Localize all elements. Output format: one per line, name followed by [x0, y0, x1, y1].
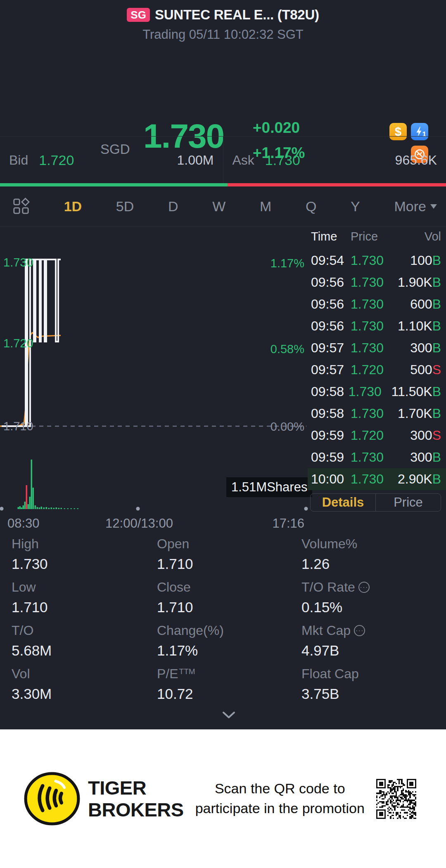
price-tab[interactable]: Price	[375, 494, 441, 511]
volume-bar	[48, 508, 50, 509]
volume-bar	[28, 504, 29, 509]
volume-bar	[53, 508, 55, 509]
tab-w[interactable]: W	[212, 198, 225, 215]
clipped-trade-row: 09:53 1.730 300B	[308, 244, 446, 250]
trade-row: 09:561.7301.10KB	[308, 315, 446, 337]
stat-value: 1.710	[157, 556, 301, 572]
volume-bar	[26, 485, 28, 509]
volume-bar	[43, 507, 45, 509]
chart-type-grid-icon[interactable]	[12, 198, 30, 215]
promo-message: Scan the QR code to participate in the p…	[184, 779, 376, 818]
trade-vol: 500S	[396, 362, 441, 377]
trade-vol: 300B	[396, 340, 441, 356]
shares-traded-tooltip: 1.51MShares	[226, 477, 312, 497]
volume-bar	[67, 508, 69, 509]
x-axis-label: 12:00/13:00	[105, 516, 173, 531]
trade-row: 09:541.730100B	[308, 250, 446, 271]
bid-row[interactable]: Bid 1.720 1.00M	[0, 137, 223, 184]
stat-label: P/ETTM	[157, 666, 301, 682]
volume-bar	[77, 508, 79, 509]
trades-list[interactable]: 09:541.730100B09:561.7301.90KB09:561.730…	[308, 250, 446, 490]
trade-vol: 11.50KB	[391, 384, 441, 399]
volume-bar	[74, 508, 76, 509]
trade-row: 10:001.7302.90KB	[308, 468, 446, 490]
trade-time: 09:53	[311, 244, 351, 246]
trade-vol: 1.10KB	[396, 318, 441, 334]
stat-label: Vol	[12, 666, 157, 682]
col-header-time: Time	[311, 230, 351, 243]
volume-bar	[37, 507, 38, 509]
volume-bar	[51, 507, 52, 509]
trade-time: 09:58	[311, 406, 351, 421]
stat-t-o-rate: T/O Rate···0.15%	[301, 580, 446, 623]
more-periods-dropdown[interactable]: More	[394, 198, 437, 215]
trade-row: 09:591.730300B	[308, 446, 446, 468]
chart-section: 1.7301.7201.7101.17%0.58%0.00%08:3012:00…	[0, 226, 446, 532]
promo-banner: TIGER BROKERS Scan the QR code to partic…	[0, 729, 446, 868]
trade-price: 1.730	[351, 297, 396, 312]
volume-bar	[29, 497, 31, 509]
stat-value: 1.710	[157, 599, 301, 616]
trade-row: 09:561.7301.90KB	[308, 271, 446, 293]
volume-bar	[56, 507, 57, 509]
stat-value: 4.97B	[301, 642, 446, 659]
trades-view-toggle: Details Price	[310, 493, 441, 512]
volume-bar	[31, 460, 33, 509]
stat-value: 3.30M	[12, 686, 157, 702]
details-tab[interactable]: Details	[311, 494, 375, 511]
stat-open: Open1.710	[157, 536, 301, 580]
more-label: More	[394, 198, 426, 215]
volume-bar	[21, 507, 23, 509]
volume-bar	[61, 508, 62, 509]
trade-time: 09:54	[311, 253, 351, 268]
bid-ratio-segment	[0, 183, 228, 186]
trade-row: 09:561.730600B	[308, 293, 446, 315]
market-badge: SG	[127, 8, 150, 22]
tab-1d[interactable]: 1D	[64, 198, 82, 215]
quote-section: SGD 1.730 +0.020 +1.17% $ 1	[0, 47, 446, 136]
pct-axis-label: 0.00%	[270, 420, 304, 433]
y-axis-label: 1.720	[3, 337, 33, 350]
axis-dot	[0, 507, 4, 511]
stat-value: 1.730	[12, 556, 157, 572]
volume-bar	[71, 508, 72, 509]
trade-price: 1.730	[351, 450, 396, 465]
pct-axis-label: 0.58%	[270, 342, 304, 356]
quote-header: SG SUNTEC REAL E... (T82U) Trading 05/11…	[0, 0, 446, 47]
pct-axis-label: 1.17%	[270, 257, 304, 270]
volume-bar	[58, 508, 60, 509]
stat-close: Close1.710	[157, 580, 301, 623]
info-icon[interactable]: ···	[354, 625, 365, 636]
trade-price: 1.720	[351, 428, 396, 443]
x-axis-label: 17:16	[272, 516, 304, 531]
tab-d[interactable]: D	[168, 198, 178, 215]
tab-5d[interactable]: 5D	[116, 198, 134, 215]
trade-time: 09:58	[311, 384, 349, 399]
ask-ratio-segment	[228, 183, 446, 186]
ask-row[interactable]: Ask 1.730 965.6K	[223, 137, 446, 184]
trade-row: 09:581.73011.50KB	[308, 381, 446, 403]
caret-down-icon	[430, 204, 437, 209]
stat-volume-: Volume%1.26	[301, 536, 446, 580]
stat-label: Close	[157, 580, 301, 595]
stat-value: 5.68M	[12, 642, 157, 659]
trade-price: 1.730	[349, 384, 391, 399]
expand-chevron-down-icon[interactable]	[222, 711, 235, 719]
info-icon[interactable]: ···	[358, 582, 370, 593]
stat-label: T/O Rate···	[301, 580, 446, 595]
tab-q[interactable]: Q	[306, 198, 316, 215]
trade-vol: 600B	[396, 297, 441, 312]
bid-ask-ratio-bar	[0, 183, 446, 186]
trade-price: 1.730	[351, 340, 396, 356]
ask-label: Ask	[232, 153, 254, 168]
trade-vol: 300S	[396, 428, 441, 443]
tab-y[interactable]: Y	[351, 198, 360, 215]
tab-m[interactable]: M	[260, 198, 271, 215]
trade-vol: 100B	[396, 253, 441, 268]
stat-label: Change(%)	[157, 623, 301, 638]
period-tab-bar: 1D5DDWMQY More	[0, 186, 446, 226]
stat-label: Volume%	[301, 536, 446, 552]
ask-price: 1.730	[265, 152, 300, 168]
trades-header-row: Time Price Vol	[308, 229, 446, 244]
volume-bar	[24, 502, 26, 509]
